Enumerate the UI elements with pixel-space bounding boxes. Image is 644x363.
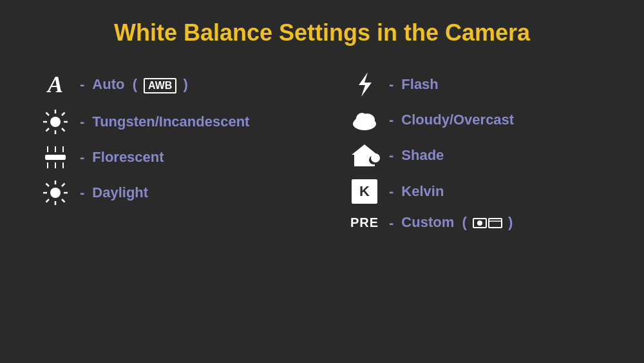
cloudy-label: Cloudy/Overcast [401,112,514,128]
svg-line-8 [46,128,50,132]
awb-badge: AWB [144,78,176,93]
list-item: - Cloudy/Overcast [348,103,605,137]
svg-point-34 [477,221,482,226]
list-item: K - Kelvin [348,174,605,209]
page: White Balance Settings in the Camera A -… [0,0,644,363]
svg-line-22 [62,199,65,202]
auto-label: Auto ( AWB ) [92,76,188,93]
list-item: PRE - Custom ( ) [348,209,605,237]
left-column: A - Auto ( AWB ) [39,66,296,237]
kelvin-icon: K [348,179,381,204]
cloudy-icon [348,108,381,132]
shade-label: Shade [401,147,444,164]
settings-grid: A - Auto ( AWB ) [39,66,605,237]
svg-marker-25 [359,72,372,97]
svg-line-6 [62,128,65,132]
fluorescent-label: Florescent [92,149,164,166]
flash-icon [348,71,381,98]
list-item: - Shade [348,137,605,174]
daylight-icon [39,179,72,206]
auto-icon: A [39,71,72,98]
daylight-label: Daylight [92,184,148,201]
svg-point-32 [371,153,380,162]
page-title: White Balance Settings in the Camera [114,19,530,46]
kelvin-label: Kelvin [401,183,444,200]
svg-line-7 [62,113,65,116]
pre-icon: PRE [348,215,381,230]
svg-rect-9 [45,155,66,160]
custom-label: Custom ( ) [401,214,513,231]
tungsten-label: Tungsten/Incandescent [92,113,249,130]
svg-point-16 [50,188,61,198]
svg-point-0 [50,117,61,127]
svg-line-21 [46,184,50,187]
list-item: A - Auto ( AWB ) [39,66,296,103]
shade-icon [348,142,381,169]
tungsten-icon [39,108,72,135]
list-item: - Tungsten/Incandescent [39,103,296,141]
svg-line-24 [46,199,50,202]
right-column: - Flash - Cloudy/Overcast [348,66,605,237]
svg-line-5 [46,113,50,116]
svg-point-29 [356,113,368,124]
list-item: - Florescent [39,141,296,174]
svg-line-23 [62,184,65,187]
flash-label: Flash [401,76,438,93]
svg-rect-35 [489,219,502,228]
fluorescent-icon [39,146,72,169]
list-item: - Daylight [39,174,296,211]
list-item: - Flash [348,66,605,103]
